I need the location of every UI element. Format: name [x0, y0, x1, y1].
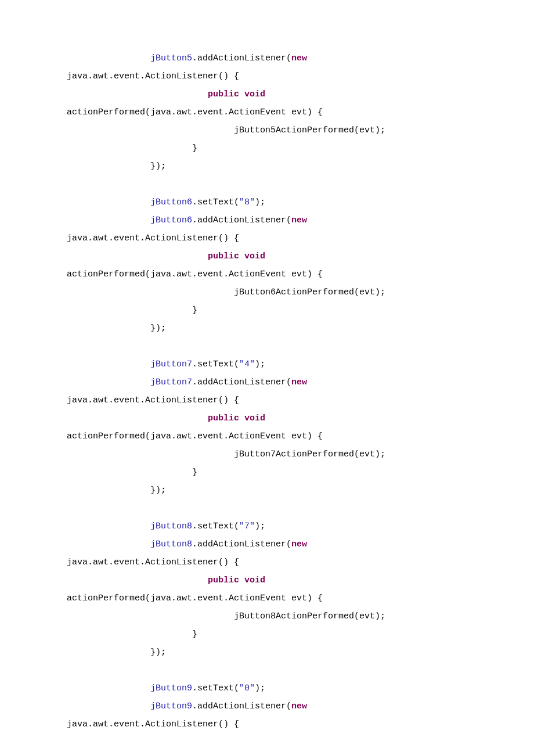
code-line: }); [67, 323, 166, 333]
code-line: jButton9.setText("0"); [67, 683, 265, 693]
code-line: } [67, 305, 197, 315]
code-line: }); [67, 485, 166, 495]
keyword-void: void [244, 251, 265, 261]
keyword-new: new [291, 377, 307, 387]
code-line: java.awt.event.ActionListener() { [67, 719, 239, 729]
code-line: jButton5ActionPerformed(evt); [67, 125, 385, 135]
code-line: java.awt.event.ActionListener() { [67, 71, 239, 81]
code-line: jButton8.setText("7"); [67, 521, 265, 531]
code-line: actionPerformed(java.awt.event.ActionEve… [67, 107, 323, 117]
identifier: jButton7 [150, 359, 192, 369]
keyword-new: new [291, 53, 307, 63]
code-line: } [67, 467, 197, 477]
code-line: jButton7.addActionListener(new [67, 377, 307, 387]
code-line: actionPerformed(java.awt.event.ActionEve… [67, 269, 323, 279]
code-line: java.awt.event.ActionListener() { [67, 557, 239, 567]
keyword-public: public [208, 251, 239, 261]
code-line: jButton5.addActionListener(new [67, 53, 307, 63]
identifier: jButton6 [150, 215, 192, 225]
code-line: jButton8ActionPerformed(evt); [67, 611, 385, 621]
keyword-new: new [291, 539, 307, 549]
code-line: } [67, 629, 197, 639]
code-line: } [67, 143, 197, 153]
code-line: jButton6.addActionListener(new [67, 215, 307, 225]
code-line: public void [67, 575, 265, 585]
code-line: jButton8.addActionListener(new [67, 539, 307, 549]
code-line: java.awt.event.ActionListener() { [67, 395, 239, 405]
identifier: jButton9 [150, 683, 192, 693]
code-line: jButton7ActionPerformed(evt); [67, 449, 385, 459]
code-line: jButton6ActionPerformed(evt); [67, 287, 385, 297]
code-line: jButton7.setText("4"); [67, 359, 265, 369]
code-line: jButton9.addActionListener(new [67, 701, 307, 711]
code-line: }); [67, 161, 166, 171]
identifier: jButton9 [150, 701, 192, 711]
keyword-public: public [208, 575, 239, 585]
code-line: }); [67, 647, 166, 657]
keyword-public: public [208, 413, 239, 423]
keyword-new: new [291, 701, 307, 711]
keyword-void: void [244, 89, 265, 99]
keyword-public: public [208, 89, 239, 99]
string-literal: "0" [239, 683, 255, 693]
code-line: public void [67, 413, 265, 423]
code-line: java.awt.event.ActionListener() { [67, 233, 239, 243]
identifier: jButton7 [150, 377, 192, 387]
code-line: public void [67, 251, 265, 261]
identifier: jButton8 [150, 521, 192, 531]
code-block: jButton5.addActionListener(new java.awt.… [67, 49, 476, 733]
keyword-void: void [244, 575, 265, 585]
identifier: jButton6 [150, 197, 192, 207]
identifier: jButton8 [150, 539, 192, 549]
keyword-new: new [291, 215, 307, 225]
code-line: actionPerformed(java.awt.event.ActionEve… [67, 593, 323, 603]
string-literal: "7" [239, 521, 255, 531]
code-line: jButton6.setText("8"); [67, 197, 265, 207]
code-line: public void [67, 89, 265, 99]
string-literal: "4" [239, 359, 255, 369]
code-line: actionPerformed(java.awt.event.ActionEve… [67, 431, 323, 441]
keyword-void: void [244, 413, 265, 423]
identifier: jButton5 [150, 53, 192, 63]
string-literal: "8" [239, 197, 255, 207]
